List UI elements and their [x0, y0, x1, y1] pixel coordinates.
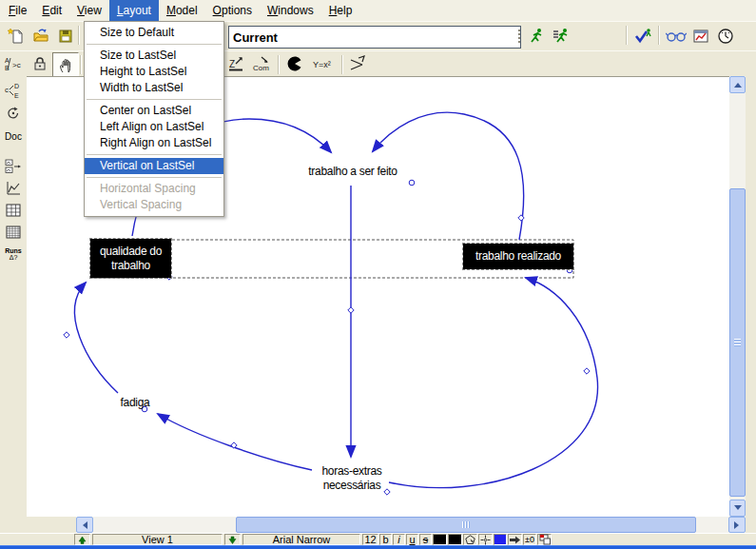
output-windows-button[interactable] [688, 25, 713, 48]
menu-item-size-to-lastsel[interactable]: Size to LastSel [85, 48, 223, 64]
underline-button[interactable]: u [406, 534, 418, 545]
save-button[interactable] [53, 25, 78, 48]
curve-handle[interactable] [64, 332, 69, 338]
table-button[interactable] [2, 200, 25, 221]
run-icon [528, 27, 547, 46]
svg-text:E: E [14, 92, 19, 99]
menu-item-right-align-on-lastsel[interactable]: Right Align on LastSel [85, 135, 223, 151]
font-name-selector[interactable]: Arial Narrow [242, 534, 360, 545]
variable-fadiga[interactable]: fadiga [107, 396, 164, 410]
toolbar-separator [658, 26, 660, 45]
svg-text:D: D [14, 83, 19, 89]
application-window: File Edit View Layout Model Options Wind… [0, 0, 756, 549]
causes-strip-button[interactable] [2, 156, 25, 177]
menu-item-width-to-lastsel[interactable]: Width to LastSel [85, 80, 223, 96]
curve-handle[interactable] [348, 307, 354, 313]
lock-tool-button[interactable] [28, 52, 52, 75]
menu-item-center-on-lastsel[interactable]: Center on LastSel [85, 103, 223, 119]
menubar-item-layout[interactable]: Layout [109, 0, 159, 21]
menubar-item-options[interactable]: Options [205, 0, 260, 21]
strikethrough-button[interactable]: s [419, 534, 432, 545]
run-fast-icon [552, 27, 572, 46]
horizontal-scroll-thumb[interactable] [236, 517, 696, 533]
check-model-button[interactable] [631, 25, 656, 48]
scroll-down-button[interactable] [729, 500, 746, 517]
equations-tool-button[interactable]: Y=x² [312, 52, 337, 75]
equations-label: Y=x² [313, 60, 331, 69]
table-time-button[interactable] [2, 222, 25, 243]
curve-handle[interactable] [409, 180, 415, 186]
variable-trabalho-a-ser-feito[interactable]: trabalho a ser feito [290, 165, 416, 179]
scroll-up-button[interactable] [729, 76, 746, 93]
reference-mode-tool-button[interactable] [346, 52, 371, 75]
font-size-selector[interactable]: 12 [362, 534, 378, 545]
menubar-item-windows[interactable]: Windows [260, 0, 321, 21]
bold-button[interactable]: b [379, 534, 392, 545]
causes-tree-button[interactable]: c D E [2, 80, 25, 101]
synthesim-button[interactable] [664, 25, 688, 48]
run-simulation-button[interactable] [525, 25, 550, 48]
variable-trabalho-realizado[interactable]: trabalho realizado [463, 244, 573, 269]
layers-button[interactable] [537, 534, 552, 545]
open-model-icon [32, 28, 49, 45]
updown-zero-button[interactable]: ±0 [523, 534, 536, 545]
menu-separator [87, 99, 222, 100]
graph-button[interactable] [2, 178, 25, 199]
rate-tool-button[interactable]: Z [224, 52, 249, 75]
variable-horas-extras-necessarias[interactable]: horas-extras necessárias [304, 464, 399, 493]
arrow-horas-extras-to-fadiga[interactable] [158, 414, 312, 470]
menu-item-height-to-lastsel[interactable]: Height to LastSel [85, 64, 223, 80]
com-tool-button[interactable]: Com [250, 52, 275, 75]
causes-strip-icon [5, 159, 22, 174]
menubar-item-file[interactable]: File [1, 0, 34, 21]
toolbar-separator [78, 26, 80, 45]
loops-button[interactable] [2, 103, 25, 124]
svg-text:c: c [5, 86, 9, 94]
shape-icon [465, 535, 475, 545]
vertical-scroll-thumb[interactable] [729, 188, 746, 497]
move-tool-button[interactable] [52, 52, 79, 77]
menubar-item-model[interactable]: Model [159, 0, 205, 21]
menu-item-left-align-on-lastsel[interactable]: Left Align on LastSel [85, 119, 223, 135]
position-button[interactable] [478, 534, 493, 545]
italic-button[interactable]: i [393, 534, 405, 545]
view-down-button[interactable] [224, 534, 241, 545]
menubar-item-edit[interactable]: Edit [34, 0, 69, 21]
runs-compare-button[interactable]: Runs Δ? [2, 244, 25, 265]
runs-compare-icon: Runs Δ? [5, 247, 22, 261]
run-fast-button[interactable] [550, 25, 574, 48]
control-panel-button[interactable] [713, 25, 738, 48]
variable-qualidade-do-trabalho[interactable]: qualidade do trabalho [90, 239, 171, 278]
scroll-left-button[interactable] [76, 517, 93, 533]
menu-item-vertical-on-lastsel[interactable]: Vertical on LastSel [85, 158, 223, 174]
menubar-item-help[interactable]: Help [321, 0, 360, 21]
arrow-fadiga-to-qualidade[interactable] [75, 283, 118, 393]
menubar-item-view[interactable]: View [69, 0, 109, 21]
arrow-width-button[interactable] [508, 534, 522, 545]
scroll-right-button[interactable] [728, 517, 746, 533]
variable-abc-icon: A B >c [4, 55, 25, 72]
arrow-horas-extras-to-realizado[interactable] [389, 278, 598, 488]
comment-tool-button[interactable] [282, 52, 307, 75]
document-icon: Doc [5, 131, 22, 142]
document-button[interactable]: Doc [2, 126, 25, 147]
view-name-selector[interactable]: View 1 [92, 534, 223, 545]
dataset-name-field[interactable] [228, 26, 521, 49]
new-model-button[interactable] [4, 25, 29, 48]
shape-color-swatch[interactable] [448, 534, 462, 545]
curve-handle[interactable] [584, 368, 590, 374]
text-color-swatch[interactable] [433, 534, 447, 545]
menu-item-vertical-spacing: Vertical Spacing [85, 197, 223, 213]
horizontal-scrollbar[interactable] [76, 517, 746, 533]
scroll-grip [734, 339, 741, 346]
toolbar-separator [341, 55, 343, 74]
window-right-edge [746, 76, 756, 545]
variable-tool-button[interactable]: A B >c [2, 52, 27, 75]
vertical-scrollbar[interactable] [729, 76, 746, 517]
open-model-button[interactable] [29, 25, 53, 48]
arrow-color-swatch[interactable] [494, 534, 507, 545]
svg-text:A: A [5, 57, 10, 64]
shape-style-button[interactable] [463, 534, 477, 545]
menu-item-size-to-default[interactable]: Size to Default [85, 25, 223, 41]
view-up-button[interactable] [74, 534, 90, 545]
